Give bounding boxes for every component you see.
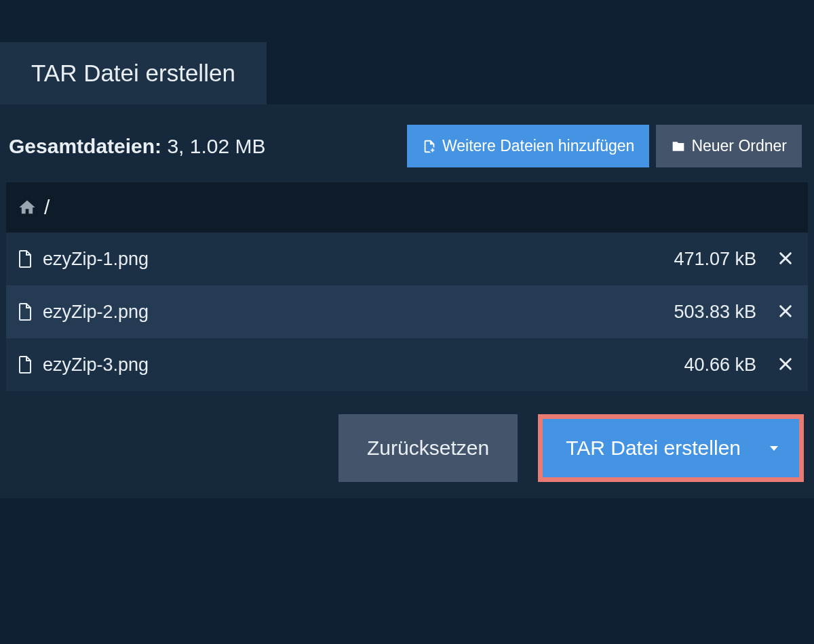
remove-file-button[interactable] bbox=[774, 247, 797, 270]
new-folder-label: Neuer Ordner bbox=[691, 137, 787, 155]
file-icon bbox=[17, 302, 33, 321]
page-container: TAR Datei erstellen Gesamtdateien: 3, 1.… bbox=[0, 0, 814, 498]
action-row: Zurücksetzen TAR Datei erstellen bbox=[6, 391, 808, 482]
file-size: 503.83 kB bbox=[674, 302, 756, 323]
toolbar-row: Gesamtdateien: 3, 1.02 MB Weitere Dateie… bbox=[6, 121, 808, 182]
new-folder-button[interactable]: Neuer Ordner bbox=[656, 125, 802, 167]
close-icon bbox=[778, 304, 793, 319]
file-row[interactable]: ezyZip-1.png 471.07 kB bbox=[6, 233, 808, 285]
file-table: ezyZip-1.png 471.07 kB ezyZip-2.png 503.… bbox=[6, 233, 808, 391]
breadcrumb-path: / bbox=[44, 196, 50, 219]
file-name: ezyZip-3.png bbox=[43, 355, 674, 376]
close-icon bbox=[778, 357, 793, 371]
add-files-label: Weitere Dateien hinzufügen bbox=[442, 137, 634, 155]
tab-title: TAR Datei erstellen bbox=[31, 60, 235, 86]
main-panel: Gesamtdateien: 3, 1.02 MB Weitere Dateie… bbox=[0, 104, 814, 498]
remove-file-button[interactable] bbox=[774, 353, 797, 376]
home-icon bbox=[17, 198, 37, 217]
reset-label: Zurücksetzen bbox=[367, 437, 489, 459]
file-name: ezyZip-1.png bbox=[43, 249, 664, 270]
create-label: TAR Datei erstellen bbox=[566, 437, 741, 460]
file-row[interactable]: ezyZip-2.png 503.83 kB bbox=[6, 285, 808, 338]
file-row[interactable]: ezyZip-3.png 40.66 kB bbox=[6, 338, 808, 391]
total-files-value: 3, 1.02 MB bbox=[167, 135, 265, 157]
add-files-button[interactable]: Weitere Dateien hinzufügen bbox=[407, 125, 649, 167]
total-files-label: Gesamtdateien: bbox=[9, 135, 161, 157]
file-size: 471.07 kB bbox=[674, 249, 756, 270]
tab-header[interactable]: TAR Datei erstellen bbox=[0, 42, 267, 104]
file-name: ezyZip-2.png bbox=[43, 302, 664, 323]
total-files-summary: Gesamtdateien: 3, 1.02 MB bbox=[9, 135, 266, 158]
create-button-highlight: TAR Datei erstellen bbox=[538, 414, 804, 482]
create-tar-button[interactable]: TAR Datei erstellen bbox=[543, 419, 799, 477]
file-icon bbox=[17, 355, 33, 374]
breadcrumb[interactable]: / bbox=[6, 182, 808, 233]
file-icon bbox=[17, 249, 33, 268]
close-icon bbox=[778, 251, 793, 266]
caret-down-icon bbox=[769, 441, 779, 456]
reset-button[interactable]: Zurücksetzen bbox=[338, 414, 518, 482]
toolbar-right: Weitere Dateien hinzufügen Neuer Ordner bbox=[407, 125, 802, 167]
remove-file-button[interactable] bbox=[774, 300, 797, 323]
file-plus-icon bbox=[422, 139, 437, 154]
file-size: 40.66 kB bbox=[684, 355, 756, 376]
folder-icon bbox=[671, 140, 686, 153]
